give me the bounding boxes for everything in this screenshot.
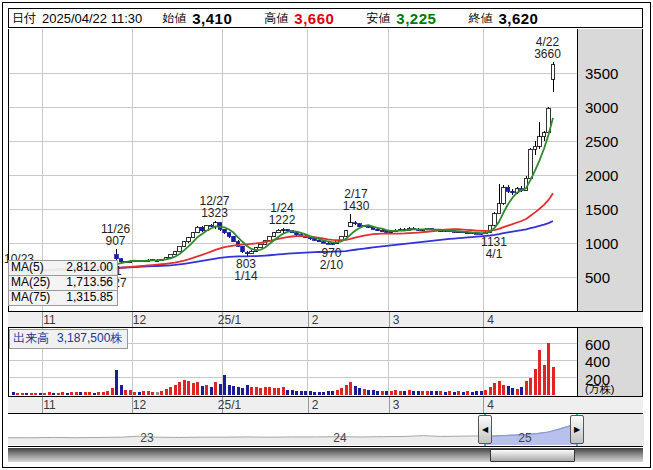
volume-bar [322, 392, 325, 395]
volume-bar [475, 391, 478, 395]
volume-bar [205, 385, 208, 395]
volume-bar [232, 386, 235, 395]
candle-body [322, 242, 326, 243]
volume-bar [156, 392, 159, 395]
high-value: 3,660 [294, 10, 334, 27]
volume-bar [25, 393, 28, 395]
month-label: 25/1 [218, 398, 241, 412]
price-annotation: 12/271323 [199, 195, 229, 219]
price-axis-label: 1500 [585, 201, 618, 218]
candle-body [349, 223, 353, 226]
low-value: 3,225 [396, 10, 436, 27]
candle-body [187, 238, 191, 242]
volume-bar [183, 380, 186, 395]
high-label: 高値 [264, 10, 288, 27]
candle-body [506, 187, 510, 191]
volume-bar [160, 391, 163, 395]
volume-bar [525, 381, 528, 395]
nav-year-label: 23 [140, 431, 153, 445]
ma25-value: 1,713.56 [66, 276, 113, 289]
horizontal-scrollbar-track[interactable] [8, 448, 643, 462]
volume-bar [462, 392, 465, 395]
volume-bar [241, 388, 244, 395]
volume-bar [484, 390, 487, 395]
month-label: 4 [487, 398, 494, 412]
volume-bar [394, 390, 397, 395]
month-label: 12 [133, 398, 146, 412]
volume-bar [39, 393, 42, 395]
volume-bar [385, 391, 388, 395]
volume-bar [106, 391, 109, 395]
volume-legend: 出来高3,187,500株 [9, 329, 128, 349]
volume-bar [358, 388, 361, 395]
candle-body [542, 133, 546, 137]
volume-bar [12, 392, 15, 395]
volume-y-axis: 600400200(万株) [577, 328, 643, 396]
volume-bar [129, 390, 132, 395]
volume-bar [498, 381, 501, 395]
candle-body [286, 229, 290, 230]
volume-bar [435, 391, 438, 395]
volume-bar [61, 392, 64, 395]
price-annotation: 2/171430 [343, 188, 370, 212]
candle-body [250, 251, 254, 254]
price-annotation: 11314/1 [481, 236, 507, 260]
close-value: 3,620 [498, 10, 538, 27]
volume-bar [214, 382, 217, 395]
volume-bar [16, 393, 19, 395]
volume-bar [43, 393, 46, 395]
month-label: 2 [312, 313, 319, 327]
price-annotation: 8031/14 [234, 258, 257, 282]
date-label: 日付 [12, 10, 36, 27]
price-annotation: 4/223660 [534, 36, 561, 60]
candle-body [232, 236, 236, 241]
navigator-right-handle[interactable]: ▶ [570, 415, 584, 444]
volume-bar [502, 385, 505, 395]
price-axis-label: 1000 [585, 235, 618, 252]
volume-bar [354, 386, 357, 395]
year-navigator[interactable]: ◀ ▶ 232425 [8, 414, 643, 447]
volume-bar [201, 386, 204, 395]
volume-bar [277, 388, 280, 395]
volume-bar [147, 391, 150, 395]
volume-bar [480, 391, 483, 395]
candle-body [493, 214, 497, 226]
volume-bar [457, 391, 460, 395]
volume-axis-label: 400 [585, 353, 610, 370]
right-arrow-icon: ▶ [574, 425, 580, 434]
volume-bar [538, 350, 541, 395]
open-value: 3,410 [192, 10, 232, 27]
candle-body [358, 224, 362, 227]
volume-bar [165, 389, 168, 395]
month-label: 2 [312, 398, 319, 412]
low-label: 安値 [366, 10, 390, 27]
candle-body [119, 259, 123, 262]
volume-bar [417, 391, 420, 395]
volume-bar [259, 388, 262, 395]
candle-body [272, 233, 276, 236]
month-label: 11 [43, 313, 55, 327]
volume-bar [84, 392, 87, 395]
ma5-label: MA(5) [11, 261, 44, 274]
volume-bar [412, 391, 415, 395]
volume-bar [268, 387, 271, 395]
month-label: 25/1 [218, 313, 241, 327]
volume-bar [291, 390, 294, 395]
price-x-axis-strip: 111225/1234 [8, 311, 643, 328]
volume-bar [151, 392, 154, 395]
volume-bar [219, 384, 222, 395]
volume-bar [466, 391, 469, 395]
volume-bar [381, 391, 384, 395]
volume-bar [493, 383, 496, 395]
scrollbar-thumb[interactable] [490, 449, 575, 462]
candle-body [241, 246, 245, 251]
month-label: 11 [43, 398, 55, 412]
candle-body [281, 229, 285, 230]
volume-bar [187, 381, 190, 395]
volume-bar [75, 392, 78, 395]
navigator-left-handle[interactable]: ◀ [478, 415, 492, 444]
volume-bar [115, 370, 118, 395]
candle-body [277, 230, 281, 233]
ma75-legend-row: MA(75) 1,315.85 [8, 290, 118, 306]
price-axis-label: 3500 [585, 65, 618, 82]
